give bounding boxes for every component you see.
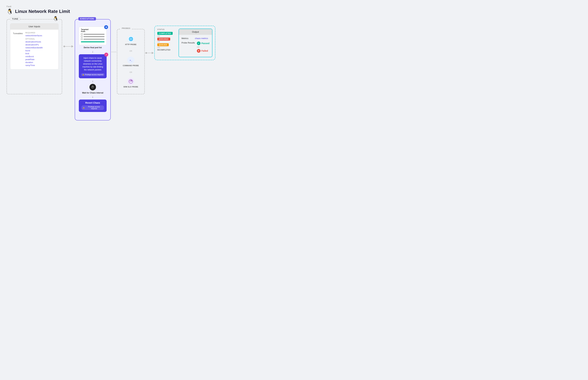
output-card: Output Metrics chaos metrics Probe Resul… [178,29,212,57]
execution-label: EXECUTION [78,17,96,20]
step2-container: ✦ Inject chaos to cause network connecti… [79,54,107,78]
step3-container: ⏱ Wait for Chaos Interval [82,84,103,94]
down-arrow-2: ↓ [92,80,94,82]
user-inputs-card: User Inputs Tuneables REQUIRED networkIn… [10,23,59,70]
svg-text:>_: >_ [130,59,132,61]
revert-lock-icon: 🔒 [83,107,85,109]
probe-or-1: OR [130,50,132,52]
status-badge-incompleted: INCOMPLETED [157,49,175,51]
cmd-probe-icon: >_ [127,57,134,64]
tune-to-execution-arrow [62,45,75,48]
tuneable-networkBandwidth[interactable]: networkBandwidth [25,46,56,49]
optional-section-label: OPTIONAL [25,38,56,40]
metrics-row: Metrics chaos metrics [181,37,210,39]
probe-results-label: Probe Results [181,41,195,44]
clock-icon: ⏱ [89,84,96,90]
step1-label: Derive final pod list [79,46,107,49]
tuneable-destinationHosts[interactable]: destinationHosts [25,40,56,43]
chaos-card-text: Inject chaos to cause network connectivi… [81,57,105,71]
page-title-text: Linux Network Rate Limit [15,9,70,14]
probes-box: PROBES 🌐 HTTP PROBE OR >_ COMMAND PROBE … [117,29,145,94]
status-badge-queued: QUEUED [157,43,169,46]
srm-probe: SRM SLO PROBE [123,78,138,88]
tuneable-minBurst[interactable]: minBurst [25,55,56,58]
revert-privilege-text: Privilege access required [85,106,103,110]
tuneable-destinationIPs[interactable]: destinationIPs [25,43,56,46]
tuneables-list: REQUIRED networkInterfaces OPTIONAL dest… [25,32,56,67]
status-section-label: STATUS [157,29,175,30]
lock-icon: 🔒 [82,74,84,76]
passed-row: ✓ Passed [197,41,210,45]
arrow-shaft-2 [147,53,152,53]
revert-title: Revert Chaos [81,101,104,104]
user-inputs-body: Tuneables REQUIRED networkInterfaces OPT… [10,30,58,69]
arrow-line [65,46,71,47]
tuneable-networkInterfaces[interactable]: networkInterfaces [25,34,56,37]
diagram-container: TUNE 🐧 User Inputs Tuneables REQUIRED ne… [6,19,582,120]
srm-probe-icon [127,78,134,85]
step4-container: Revert Chaos 🔒 Privilege access required [79,99,107,112]
http-probe: 🌐 HTTP PROBE [125,36,136,45]
down-arrow-1: ↓ [92,50,94,53]
failed-label: Failed [201,50,208,52]
tuneable-rampTime[interactable]: rampTime [25,64,56,67]
chaos-badge: ✦ [104,53,108,57]
result-section: STATUS COMPLETED OR ERRORED OR QUEUED OR… [154,19,215,60]
page-title-section: Fault 🐧 Linux Network Rate Limit [6,5,582,15]
targeted-pods-card: ⎈ TargetedPods [79,27,107,45]
probe-results-row: Probe Results ✓ Passed OR ✕ Fai [181,41,210,53]
srm-probe-label: SRM SLO PROBE [123,86,138,88]
chaos-card: ✦ Inject chaos to cause network connecti… [79,54,107,78]
arrow-head-2 [152,52,154,54]
targeted-pods-title: TargetedPods [81,28,104,32]
revert-privilege-badge: 🔒 Privilege access required [81,105,104,110]
status-badge-completed: COMPLETED [157,32,173,35]
or-2: OR [157,41,175,43]
tuneable-burst[interactable]: burst [25,49,56,52]
tuneable-peakRate[interactable]: peakRate [25,58,56,61]
tune-box: TUNE 🐧 User Inputs Tuneables REQUIRED ne… [6,19,62,94]
revert-card: Revert Chaos 🔒 Privilege access required [79,99,107,112]
k8s-badge: ⎈ [104,25,108,29]
http-probe-icon: 🌐 [127,36,134,43]
output-body: Metrics chaos metrics Probe Results ✓ Pa… [179,35,212,57]
dashed-line [111,52,116,52]
step3-label: Wait for Chaos Interval [82,92,103,94]
command-probe: >_ COMMAND PROBE [123,57,139,67]
linux-icon: 🐧 [6,8,13,15]
required-section-label: REQUIRED [25,32,56,34]
check-circle-icon: ✓ [197,41,200,45]
status-badge-errored: ERRORED [157,38,170,40]
chaos-privilege-text: Privilege access required [85,74,103,76]
http-probe-label: HTTP PROBE [125,44,136,45]
passed-label: Passed [201,42,210,45]
fault-label: Fault [6,5,582,8]
failed-row: ✕ Failed [197,49,210,53]
tune-label: TUNE [10,17,20,20]
tuneable-duration[interactable]: duration [25,61,56,64]
down-arrow-3: ↓ [92,95,94,98]
result-inner: STATUS COMPLETED OR ERRORED OR QUEUED OR… [157,29,212,57]
probe-results-col: ✓ Passed OR ✕ Failed [197,41,210,53]
status-badges-list: COMPLETED OR ERRORED OR QUEUED OR INCOMP… [157,32,175,51]
metrics-label: Metrics [181,37,193,39]
user-inputs-header: User Inputs [10,23,58,30]
tuneable-limit[interactable]: limit [25,52,56,55]
metrics-value: chaos metrics [195,37,208,39]
probe-or: OR [197,46,210,48]
or-1: OR [157,35,175,37]
or-3: OR [157,47,175,49]
probe-or-2: OR [130,71,132,73]
tux-icon: 🐧 [53,16,59,21]
arrow-head [71,45,73,48]
chaos-privilege-badge: 🔒 Privilege access required [81,73,104,76]
tuneables-row: Tuneables REQUIRED networkInterfaces OPT… [13,32,56,67]
cmd-probe-label: COMMAND PROBE [123,65,139,67]
result-outer-box: STATUS COMPLETED OR ERRORED OR QUEUED OR… [154,26,215,60]
page-title: 🐧 Linux Network Rate Limit [6,8,582,15]
status-column: STATUS COMPLETED OR ERRORED OR QUEUED OR… [157,29,175,51]
output-header: Output [179,29,212,35]
execution-box: EXECUTION ⎈ TargetedPods [75,19,111,120]
execution-to-probes-arrow [111,52,117,52]
step1-container: ⎈ TargetedPods [79,27,107,49]
